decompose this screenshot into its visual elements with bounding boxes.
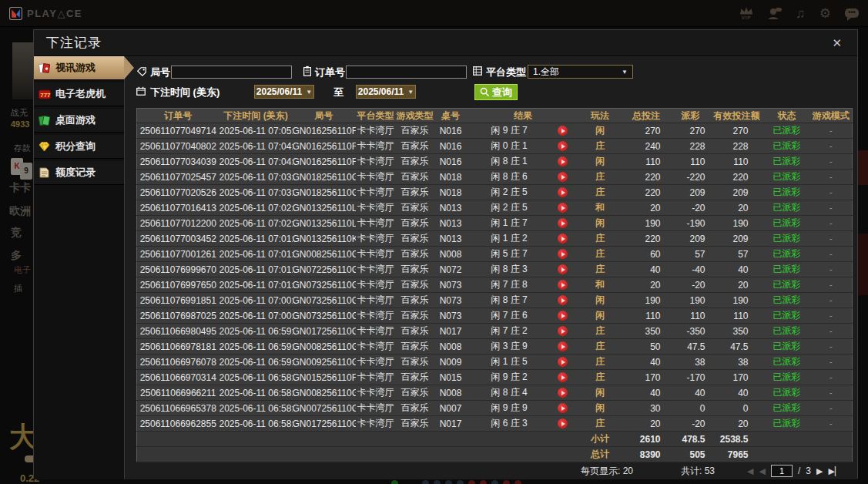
cell-result: 闲 8 庄 3 — [468, 262, 579, 277]
page-number-input[interactable] — [771, 465, 793, 477]
play-video-button[interactable] — [558, 141, 568, 151]
cell-table-no: N016 — [434, 123, 468, 139]
platform-type-select[interactable]: 1.全部 ▼ — [528, 65, 633, 79]
cell-game-type: 百家乐 — [396, 355, 434, 370]
cell-play-type: 庄 — [579, 139, 622, 154]
play-video-button[interactable] — [558, 172, 568, 182]
play-video-button[interactable] — [558, 372, 568, 382]
cell-total-bet: 350 — [622, 324, 672, 339]
bg-dot — [468, 480, 475, 484]
tag-icon — [136, 66, 147, 77]
search-button[interactable]: 查询 — [474, 84, 518, 100]
cell-play-type: 庄 — [579, 170, 622, 185]
prev-page-icon[interactable]: ◀ — [759, 466, 766, 476]
play-video-button[interactable] — [558, 203, 568, 213]
sidebar-item-points[interactable]: 积分查询 — [34, 135, 124, 159]
cell-result: 闲 1 庄 2 — [468, 231, 579, 247]
cell-game-mode: - — [810, 416, 853, 432]
play-video-button[interactable] — [558, 295, 568, 305]
column-header: 局号 — [293, 109, 356, 123]
cell-status: 已派彩 — [764, 277, 810, 293]
date-from-picker[interactable]: 2025/06/11 ▼ — [254, 85, 314, 99]
cell-game-type: 百家乐 — [396, 200, 434, 216]
play-video-button[interactable] — [558, 234, 568, 244]
result-text: 闲 7 庄 2 — [491, 324, 527, 338]
cell-bet-time: 2025-06-11 07:03:13 — [220, 185, 293, 200]
play-video-button[interactable] — [558, 311, 568, 321]
cell-game-mode: - — [810, 123, 853, 139]
chevron-down-icon: ▼ — [407, 89, 414, 96]
cell-valid-bet: 20 — [710, 277, 764, 293]
sidebar-item-slots[interactable]: 777 电子老虎机 — [34, 82, 124, 106]
play-video-button[interactable] — [558, 341, 568, 351]
play-video-button[interactable] — [558, 357, 568, 367]
cell-table-no: N018 — [434, 185, 468, 200]
cell-table-no: N008 — [434, 339, 468, 355]
playace-logo: PLAY△CE — [9, 7, 82, 20]
table-row: 2506110770254572025-06-11 07:03:38GN0182… — [137, 170, 853, 185]
cell-valid-bet: 40 — [710, 385, 764, 401]
bg-deposit: 存款 — [14, 143, 31, 154]
table-row: 2506110770164132025-06-11 07:02:52GN0132… — [137, 200, 853, 216]
sum-spacer — [764, 447, 853, 462]
cell-platform: 卡卡湾厅 — [356, 170, 396, 185]
cell-game-mode: - — [810, 339, 853, 355]
play-video-button[interactable] — [558, 126, 568, 136]
bg-menu-item: 竞 — [11, 226, 22, 240]
round-number-input[interactable] — [171, 66, 292, 79]
cell-table-no: N072 — [434, 262, 468, 277]
cell-valid-bet: 170 — [710, 370, 764, 385]
cell-payout: 209 — [672, 185, 710, 200]
bg-dot — [391, 480, 398, 484]
sidebar-item-quota-records[interactable]: 额度记录 — [34, 161, 124, 185]
music-icon[interactable]: ♫ — [796, 7, 806, 20]
date-to-picker[interactable]: 2025/06/11 ▼ — [356, 85, 416, 99]
cell-game-type: 百家乐 — [396, 324, 434, 339]
cell-round-id: GN017256110GJ — [293, 324, 356, 339]
last-page-icon[interactable]: ▶▏ — [828, 466, 841, 476]
vip-icon[interactable]: VIP — [739, 6, 753, 20]
cell-round-id: GN018256110GC — [293, 170, 356, 185]
support-icon[interactable] — [767, 7, 782, 20]
play-video-button[interactable] — [558, 218, 568, 228]
play-video-button[interactable] — [558, 280, 568, 290]
play-video-button[interactable] — [558, 156, 568, 166]
close-icon[interactable]: ✕ — [829, 35, 845, 52]
settings-icon[interactable]: ⚙ — [819, 7, 831, 20]
cell-valid-bet: 40 — [710, 262, 764, 277]
cell-valid-bet: 0 — [710, 401, 764, 416]
first-page-icon[interactable]: ◀ — [747, 466, 753, 476]
cell-payout: 47.5 — [672, 339, 710, 355]
cell-game-type: 百家乐 — [396, 416, 434, 432]
cell-game-type: 百家乐 — [396, 247, 434, 262]
cell-round-id: GN072256110GY — [293, 262, 356, 277]
cell-round-id: GN073256110G0 — [293, 308, 356, 324]
play-video-button[interactable] — [558, 326, 568, 336]
chat-icon[interactable]: ••• — [845, 8, 859, 18]
order-number-input[interactable] — [346, 66, 467, 79]
column-header: 状态 — [764, 109, 810, 123]
sidebar-item-table-games[interactable]: 桌面游戏 — [34, 109, 124, 133]
table-row: 2506110770205262025-06-11 07:03:13GN0182… — [137, 185, 853, 200]
cell-order-id: 250611066962855 — [137, 416, 220, 432]
cell-payout: 270 — [672, 123, 710, 139]
cell-round-id: GN007256110GT — [293, 401, 356, 416]
round-number-label: 局号 — [150, 66, 170, 79]
cell-total-bet: 220 — [622, 170, 672, 185]
cell-valid-bet: 38 — [710, 355, 764, 370]
cell-game-mode: - — [810, 401, 853, 416]
cell-result: 闲 7 庄 8 — [468, 277, 579, 293]
cell-game-type: 百家乐 — [396, 154, 434, 170]
play-video-button[interactable] — [558, 418, 568, 429]
sidebar-item-video-games[interactable]: ♠ 视讯游戏 — [34, 56, 124, 80]
play-video-button[interactable] — [558, 249, 568, 259]
play-video-button[interactable] — [558, 264, 568, 274]
cell-round-id: GN008256110G3 — [293, 385, 356, 401]
next-page-icon[interactable]: ▶ — [816, 466, 823, 476]
cell-payout: -20 — [672, 277, 710, 293]
play-video-button[interactable] — [558, 187, 568, 197]
cell-order-id: 250611076987025 — [137, 308, 220, 324]
play-video-button[interactable] — [558, 403, 568, 413]
play-video-button[interactable] — [558, 388, 568, 398]
to-label: 至 — [333, 86, 344, 99]
